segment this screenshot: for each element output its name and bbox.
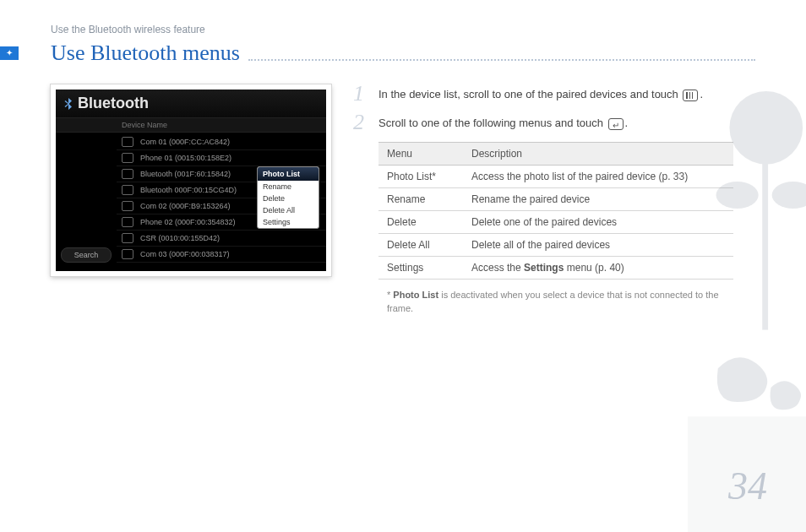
context-menu: Photo List RenameDeleteDelete AllSetting… bbox=[257, 166, 319, 229]
menu-name: Settings bbox=[378, 257, 463, 280]
menu-desc: Delete all of the paired devices bbox=[463, 234, 733, 257]
table-row: DeleteDelete one of the paired devices bbox=[378, 211, 733, 234]
page: Use the Bluetooth wireless feature ✦ Use… bbox=[0, 0, 806, 532]
device-icon bbox=[122, 249, 133, 259]
svg-point-3 bbox=[772, 182, 806, 209]
menu-table: Menu Description Photo List*Access the p… bbox=[378, 142, 733, 280]
enter-button-icon bbox=[608, 118, 624, 130]
table-row: Delete AllDelete all of the paired devic… bbox=[378, 234, 733, 257]
screenshot-column-header: Device Name bbox=[56, 118, 326, 133]
step-number: 1 bbox=[353, 84, 372, 103]
menu-name: Delete All bbox=[378, 234, 463, 257]
instructions: 1In the device list, scroll to one of th… bbox=[353, 84, 772, 315]
device-row[interactable]: Com 03 (000F:00:038317) bbox=[117, 247, 326, 263]
menu-name: Photo List* bbox=[378, 166, 463, 188]
screenshot-title: Bluetooth bbox=[78, 95, 149, 112]
menu-desc: Delete one of the paired devices bbox=[463, 211, 733, 234]
screenshot-header: Bluetooth bbox=[56, 90, 326, 118]
device-icon bbox=[122, 137, 133, 147]
table-header-menu: Menu bbox=[378, 143, 463, 166]
table-row: Photo List*Access the photo list of the … bbox=[378, 166, 733, 188]
device-row[interactable]: Com 01 (000F:CC:AC842) bbox=[117, 134, 326, 150]
menu-button-icon bbox=[683, 90, 698, 101]
context-menu-item[interactable]: Delete bbox=[258, 193, 319, 204]
search-button[interactable]: Search bbox=[61, 247, 112, 263]
device-icon bbox=[122, 217, 133, 227]
context-menu-item[interactable]: Delete All bbox=[258, 204, 319, 216]
breadcrumb: Use the Bluetooth wireless feature bbox=[51, 24, 772, 35]
table-header-desc: Description bbox=[463, 143, 733, 166]
menu-name: Rename bbox=[378, 188, 463, 211]
device-icon bbox=[122, 201, 133, 211]
device-label: Com 02 (000F:B9:153264) bbox=[140, 202, 231, 210]
device-icon bbox=[122, 185, 133, 195]
page-title: Use Bluetooth menus bbox=[51, 41, 240, 66]
device-screenshot: Bluetooth Device Name Com 01 (000F:CC:AC… bbox=[51, 84, 331, 276]
device-label: Phone 02 (000F:00:354832) bbox=[140, 218, 236, 226]
bluetooth-icon bbox=[64, 98, 73, 110]
title-row: ✦ Use Bluetooth menus bbox=[0, 41, 772, 66]
device-row[interactable]: CSR (0010:00:155D42) bbox=[117, 231, 326, 247]
device-label: CSR (0010:00:155D42) bbox=[140, 234, 220, 242]
step-text: In the device list, scroll to one of the… bbox=[378, 84, 703, 103]
content: Bluetooth Device Name Com 01 (000F:CC:AC… bbox=[51, 84, 772, 315]
device-icon bbox=[122, 169, 133, 179]
device-icon bbox=[122, 233, 133, 243]
device-label: Bluetooth (001F:60:15842) bbox=[140, 170, 231, 178]
context-menu-item[interactable]: Settings bbox=[258, 216, 319, 228]
table-row: RenameRename the paired device bbox=[378, 188, 733, 211]
step: 2Scroll to one of the following menus an… bbox=[353, 113, 772, 132]
step-number: 2 bbox=[353, 113, 372, 132]
menu-desc: Rename the paired device bbox=[463, 188, 733, 211]
step: 1In the device list, scroll to one of th… bbox=[353, 84, 772, 103]
title-dots bbox=[248, 59, 755, 61]
device-label: Bluetooth 000F:00:15CG4D) bbox=[140, 186, 237, 194]
device-label: Com 01 (000F:CC:AC842) bbox=[140, 138, 230, 146]
device-icon bbox=[122, 153, 133, 163]
menu-desc: Access the Settings menu (p. 40) bbox=[463, 257, 733, 280]
device-label: Com 03 (000F:00:038317) bbox=[140, 250, 230, 258]
menu-name: Delete bbox=[378, 211, 463, 234]
screenshot-body: Com 01 (000F:CC:AC842)Phone 01 (0015:00:… bbox=[56, 133, 326, 268]
footnote: * Photo List is deactivated when you sel… bbox=[387, 288, 733, 315]
menu-desc: Access the photo list of the paired devi… bbox=[463, 166, 733, 188]
step-text: Scroll to one of the following menus and… bbox=[378, 113, 628, 132]
context-menu-header[interactable]: Photo List bbox=[258, 167, 319, 181]
page-number: 34 bbox=[728, 464, 767, 508]
device-row[interactable]: Phone 01 (0015:00:158E2) bbox=[117, 150, 326, 166]
table-row: SettingsAccess the Settings menu (p. 40) bbox=[378, 257, 733, 280]
context-menu-item[interactable]: Rename bbox=[258, 181, 319, 193]
section-marker-icon: ✦ bbox=[0, 46, 19, 60]
device-label: Phone 01 (0015:00:158E2) bbox=[140, 154, 231, 162]
